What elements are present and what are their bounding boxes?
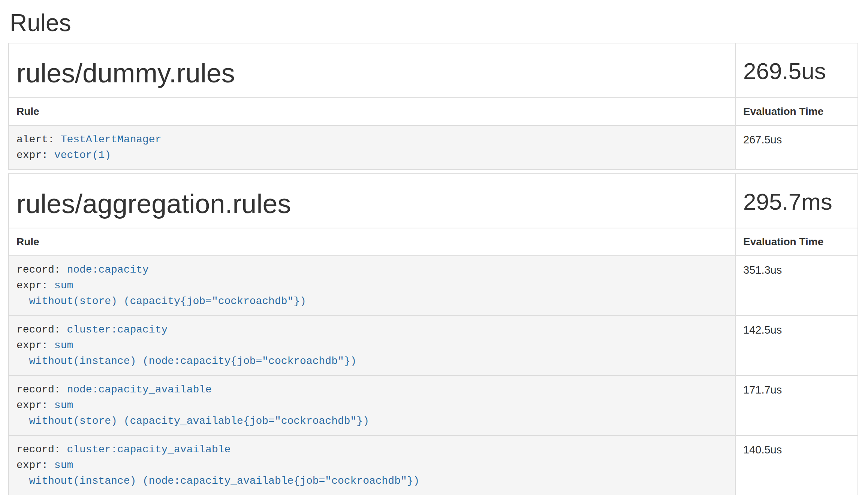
rule-cell: record: cluster:capacity_available expr:…	[9, 435, 735, 495]
rule-keyword: expr:	[16, 340, 54, 351]
rule-row: record: cluster:capacity expr: sum witho…	[9, 316, 858, 376]
rule-evaluation-time: 142.5us	[735, 316, 858, 376]
rule-definition: record: node:capacity_available expr: su…	[16, 382, 727, 429]
rule-name-link[interactable]: TestAlertManager	[61, 134, 162, 145]
rule-definition: alert: TestAlertManager expr: vector(1)	[16, 132, 727, 163]
rule-expr-link[interactable]: sum without(store) (capacity_available{j…	[16, 400, 369, 427]
rule-definition: record: node:capacity expr: sum without(…	[16, 262, 727, 309]
rule-expr-link[interactable]: sum without(instance) (node:capacity_ava…	[16, 459, 419, 487]
group-evaluation-time-cell: 269.5us	[735, 43, 858, 97]
rule-cell: record: node:capacity_available expr: su…	[9, 376, 735, 435]
rule-definition: record: cluster:capacity expr: sum witho…	[16, 322, 727, 369]
rule-row: alert: TestAlertManager expr: vector(1)2…	[9, 125, 858, 170]
rule-row: record: cluster:capacity_available expr:…	[9, 435, 858, 495]
evaluation-time-column-header: Evaluation Time	[735, 98, 858, 125]
rule-name-link[interactable]: node:capacity_available	[67, 384, 211, 395]
rules-page: Rules rules/dummy.rules269.5usRuleEvalua…	[0, 10, 868, 495]
rule-group-table: rules/dummy.rules269.5usRuleEvaluation T…	[8, 43, 858, 170]
rule-name-link[interactable]: cluster:capacity	[67, 324, 168, 335]
rule-evaluation-time: 267.5us	[735, 125, 858, 170]
rule-evaluation-time: 171.7us	[735, 376, 858, 435]
rule-keyword: record:	[16, 324, 67, 335]
rule-definition: record: cluster:capacity_available expr:…	[16, 442, 727, 489]
columns-header-row: RuleEvaluation Time	[9, 228, 858, 256]
page-title: Rules	[10, 10, 858, 36]
rule-groups-container: rules/dummy.rules269.5usRuleEvaluation T…	[8, 43, 858, 495]
group-name-cell: rules/aggregation.rules	[9, 174, 735, 228]
group-name-cell: rules/dummy.rules	[9, 43, 735, 97]
rule-column-header: Rule	[9, 98, 735, 125]
rule-name-link[interactable]: node:capacity	[67, 264, 148, 276]
group-evaluation-time-cell: 295.7ms	[735, 174, 858, 228]
rule-group-table: rules/aggregation.rules295.7msRuleEvalua…	[8, 173, 858, 495]
rule-cell: record: cluster:capacity expr: sum witho…	[9, 316, 735, 376]
group-name: rules/aggregation.rules	[16, 189, 727, 219]
rule-keyword: expr:	[16, 280, 54, 291]
rule-cell: record: node:capacity expr: sum without(…	[9, 256, 735, 316]
rule-expr-link[interactable]: sum without(instance) (node:capacity{job…	[16, 340, 356, 367]
rule-evaluation-time: 140.5us	[735, 435, 858, 495]
rule-expr-link[interactable]: vector(1)	[54, 149, 111, 161]
rule-column-header: Rule	[9, 228, 735, 256]
rule-row: record: node:capacity_available expr: su…	[9, 376, 858, 435]
rule-keyword: expr:	[16, 459, 54, 471]
rule-name-link[interactable]: cluster:capacity_available	[67, 444, 230, 455]
group-evaluation-time: 269.5us	[743, 58, 850, 84]
group-header-row: rules/aggregation.rules295.7ms	[9, 174, 858, 228]
rule-expr-link[interactable]: sum without(store) (capacity{job="cockro…	[16, 280, 306, 307]
rule-cell: alert: TestAlertManager expr: vector(1)	[9, 125, 735, 170]
rule-keyword: expr:	[16, 149, 54, 161]
group-header-row: rules/dummy.rules269.5us	[9, 43, 858, 97]
rule-keyword: expr:	[16, 400, 54, 411]
rule-row: record: node:capacity expr: sum without(…	[9, 256, 858, 316]
rule-evaluation-time: 351.3us	[735, 256, 858, 316]
rule-keyword: record:	[16, 444, 67, 455]
columns-header-row: RuleEvaluation Time	[9, 98, 858, 125]
group-name: rules/dummy.rules	[16, 58, 727, 88]
rule-keyword: record:	[16, 264, 67, 276]
evaluation-time-column-header: Evaluation Time	[735, 228, 858, 256]
rule-keyword: alert:	[16, 134, 61, 145]
group-evaluation-time: 295.7ms	[743, 189, 850, 215]
rule-keyword: record:	[16, 384, 67, 395]
